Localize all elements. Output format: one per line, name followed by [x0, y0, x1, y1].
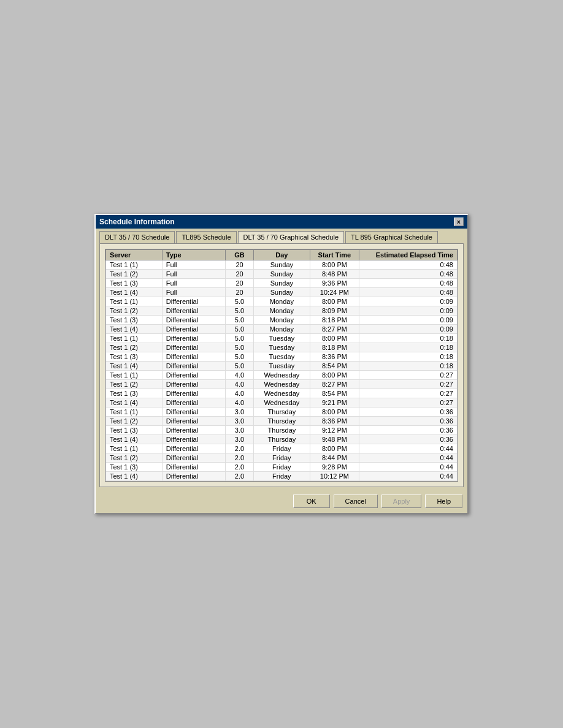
- tab-tl895-graphical[interactable]: TL 895 Graphical Schedule: [345, 231, 438, 243]
- button-row: OK Cancel Apply Help: [96, 491, 467, 513]
- table-cell: Differential: [162, 343, 225, 352]
- table-row: Test 1 (4)Differential5.0Tuesday8:54 PM0…: [106, 362, 458, 371]
- ok-button[interactable]: OK: [293, 495, 330, 508]
- table-cell: Differential: [162, 380, 225, 389]
- table-cell: Test 1 (3): [106, 426, 163, 435]
- table-cell: Full: [162, 288, 225, 297]
- header-type: Type: [162, 250, 225, 260]
- table-cell: Differential: [162, 472, 225, 481]
- header-start-time: Start Time: [310, 250, 359, 260]
- table-cell: Test 1 (1): [106, 408, 163, 417]
- apply-button[interactable]: Apply: [381, 495, 422, 508]
- tab-dlt35-graphical[interactable]: DLT 35 / 70 Graphical Schedule: [238, 231, 345, 243]
- table-cell: Friday: [253, 453, 310, 463]
- table-row: Test 1 (4)Differential2.0Friday10:12 PM0…: [106, 472, 458, 481]
- table-row: Test 1 (4)Differential4.0Wednesday9:21 P…: [106, 398, 458, 408]
- table-cell: 8:36 PM: [310, 417, 359, 426]
- table-cell: 8:09 PM: [310, 306, 359, 316]
- tab-dlt35[interactable]: DLT 35 / 70 Schedule: [99, 231, 175, 243]
- table-cell: 8:54 PM: [310, 362, 359, 371]
- table-cell: Test 1 (1): [106, 297, 163, 306]
- table-cell: 5.0: [226, 343, 254, 352]
- table-cell: Test 1 (4): [106, 398, 163, 408]
- table-cell: Differential: [162, 417, 225, 426]
- help-button[interactable]: Help: [425, 495, 462, 508]
- table-cell: 20: [226, 260, 254, 270]
- table-cell: Full: [162, 260, 225, 270]
- table-row: Test 1 (1)Differential4.0Wednesday8:00 P…: [106, 371, 458, 380]
- table-scroll[interactable]: Server Type GB Day Start Time Estimated …: [105, 249, 458, 481]
- table-cell: Test 1 (4): [106, 362, 163, 371]
- table-cell: 0:09: [359, 297, 458, 306]
- table-cell: Differential: [162, 325, 225, 334]
- table-cell: 2.0: [226, 463, 254, 472]
- table-cell: 0:18: [359, 362, 458, 371]
- table-cell: Test 1 (4): [106, 435, 163, 444]
- table-cell: 0:53: [359, 481, 458, 482]
- table-cell: 0:44: [359, 453, 458, 463]
- table-row: Test 1 (3)Differential4.0Wednesday8:54 P…: [106, 389, 458, 398]
- table-cell: 10:24 PM: [310, 288, 359, 297]
- cancel-button[interactable]: Cancel: [334, 495, 378, 508]
- table-cell: 8:00 PM: [310, 371, 359, 380]
- table-cell: Tuesday: [253, 343, 310, 352]
- table-cell: Wednesday: [253, 371, 310, 380]
- table-cell: Test 1 (2): [106, 453, 163, 463]
- table-cell: 9:12 PM: [310, 426, 359, 435]
- table-cell: Full: [162, 279, 225, 288]
- schedule-dialog: Schedule Information × DLT 35 / 70 Sched…: [94, 214, 469, 514]
- table-cell: 0:44: [359, 444, 458, 453]
- table-cell: 4.0: [226, 380, 254, 389]
- table-row: Test 1 (3)Differential3.0Thursday9:12 PM…: [106, 426, 458, 435]
- table-row: Test 1 (1)Differential5.0Tuesday8:00 PM0…: [106, 334, 458, 343]
- table-cell: 9:48 PM: [310, 435, 359, 444]
- close-button[interactable]: ×: [454, 218, 464, 226]
- table-cell: 5.0: [226, 297, 254, 306]
- table-row: Test 1 (4)Differential3.0Thursday9:48 PM…: [106, 435, 458, 444]
- table-row: Test 1 (3)Differential5.0Monday8:18 PM0:…: [106, 316, 458, 325]
- table-cell: 0:36: [359, 426, 458, 435]
- table-cell: 8:18 PM: [310, 316, 359, 325]
- tab-tl895[interactable]: TL895 Schedule: [176, 231, 236, 243]
- table-cell: 0:48: [359, 279, 458, 288]
- table-cell: Tuesday: [253, 362, 310, 371]
- table-cell: Test 1 (1): [106, 334, 163, 343]
- table-cell: Friday: [253, 444, 310, 453]
- table-cell: 0:09: [359, 306, 458, 316]
- table-cell: Test 1 (2): [106, 380, 163, 389]
- schedule-table: Server Type GB Day Start Time Estimated …: [105, 249, 458, 481]
- table-cell: 0:27: [359, 371, 458, 380]
- table-cell: 0:18: [359, 352, 458, 362]
- table-cell: 5.0: [226, 362, 254, 371]
- table-cell: 0:27: [359, 389, 458, 398]
- table-row: Test 1 (2)Differential2.0Friday8:44 PM0:…: [106, 453, 458, 463]
- table-cell: Test 1 (1): [106, 260, 163, 270]
- header-day: Day: [253, 250, 310, 260]
- table-cell: Thursday: [253, 435, 310, 444]
- table-cell: 2.0: [226, 444, 254, 453]
- table-cell: 8:00 PM: [310, 481, 359, 482]
- table-cell: Differential: [162, 481, 225, 482]
- table-cell: 2.0: [226, 453, 254, 463]
- dialog-title: Schedule Information: [99, 218, 175, 226]
- table-cell: Test 1 (1): [106, 444, 163, 453]
- table-cell: Test 1 (1): [106, 481, 163, 482]
- content-area: Server Type GB Day Start Time Estimated …: [99, 243, 464, 487]
- table-cell: Sunday: [253, 270, 310, 279]
- table-cell: Differential: [162, 306, 225, 316]
- table-cell: 3.0: [226, 435, 254, 444]
- table-cell: Test 1 (2): [106, 306, 163, 316]
- table-cell: Test 1 (2): [106, 417, 163, 426]
- table-cell: 9:21 PM: [310, 398, 359, 408]
- table-cell: Wednesday: [253, 398, 310, 408]
- table-cell: Thursday: [253, 408, 310, 417]
- table-cell: Differential: [162, 316, 225, 325]
- table-cell: 0:27: [359, 380, 458, 389]
- table-cell: 20: [226, 279, 254, 288]
- table-cell: Monday: [253, 325, 310, 334]
- table-cell: 8:54 PM: [310, 389, 359, 398]
- table-cell: 0:48: [359, 260, 458, 270]
- table-cell: 8:48 PM: [310, 270, 359, 279]
- table-row: Test 1 (1)Full20Sunday8:00 PM0:48: [106, 260, 458, 270]
- table-cell: Test 1 (1): [106, 371, 163, 380]
